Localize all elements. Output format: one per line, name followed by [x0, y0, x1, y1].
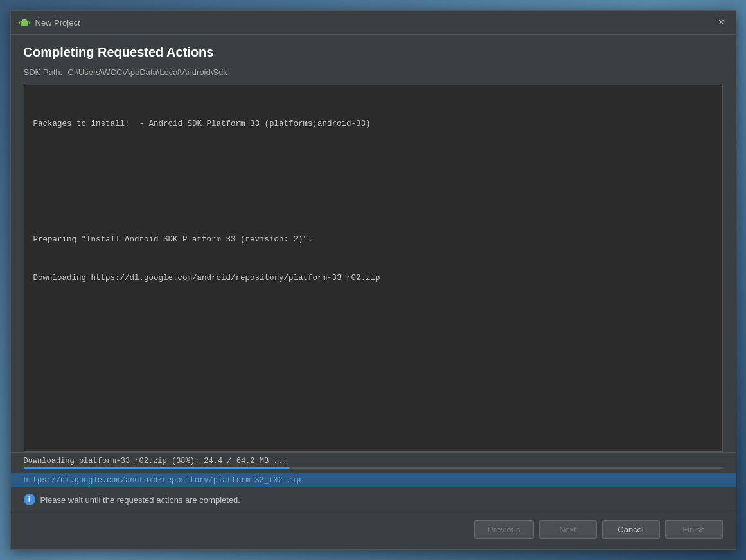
url-text: https://dl.google.com/android/repository…: [24, 476, 301, 485]
previous-button[interactable]: Previous: [474, 520, 534, 539]
info-text: Please wait until the requested actions …: [40, 495, 240, 505]
section-heading: Completing Requested Actions: [24, 45, 723, 60]
title-bar-left: New Project: [19, 17, 80, 28]
dialog-footer: Previous Next Cancel Finish: [11, 512, 736, 549]
progress-bar-fill: [24, 467, 289, 469]
console-line-4: Preparing "Install Android SDK Platform …: [33, 233, 713, 246]
dialog-content: Completing Requested Actions SDK Path: C…: [11, 35, 736, 452]
svg-line-4: [19, 22, 20, 24]
status-bar: Downloading platform-33_r02.zip (38%): 2…: [11, 452, 736, 473]
sdk-path-label: SDK Path:: [24, 67, 63, 77]
cancel-button[interactable]: Cancel: [602, 520, 660, 539]
title-bar: New Project ×: [11, 11, 736, 35]
console-line-2: [33, 156, 713, 169]
sdk-path-value: C:\Users\WCC\AppData\Local\Android\Sdk: [67, 67, 227, 77]
svg-line-5: [29, 22, 30, 24]
next-button[interactable]: Next: [539, 520, 597, 539]
console-line-1: Packages to install: - Android SDK Platf…: [33, 118, 713, 130]
progress-bar-container: [24, 467, 723, 469]
svg-point-3: [25, 21, 26, 22]
close-button[interactable]: ×: [715, 16, 728, 29]
console-line-3: [33, 195, 713, 207]
status-text: Downloading platform-33_r02.zip (38%): 2…: [24, 457, 287, 466]
console-output: Packages to install: - Android SDK Platf…: [24, 85, 723, 452]
url-bar: https://dl.google.com/android/repository…: [11, 473, 736, 487]
android-icon: [19, 17, 30, 28]
sdk-path-row: SDK Path: C:\Users\WCC\AppData\Local\And…: [24, 67, 723, 77]
dialog-overlay: New Project × Completing Requested Actio…: [0, 0, 746, 560]
dialog-title: New Project: [35, 18, 80, 28]
info-bar: i Please wait until the requested action…: [11, 487, 736, 512]
finish-button[interactable]: Finish: [665, 520, 723, 539]
svg-point-2: [22, 21, 23, 22]
console-line-5: Downloading https://dl.google.com/androi…: [33, 272, 713, 284]
new-project-dialog: New Project × Completing Requested Actio…: [10, 10, 736, 550]
info-icon: i: [24, 494, 35, 505]
